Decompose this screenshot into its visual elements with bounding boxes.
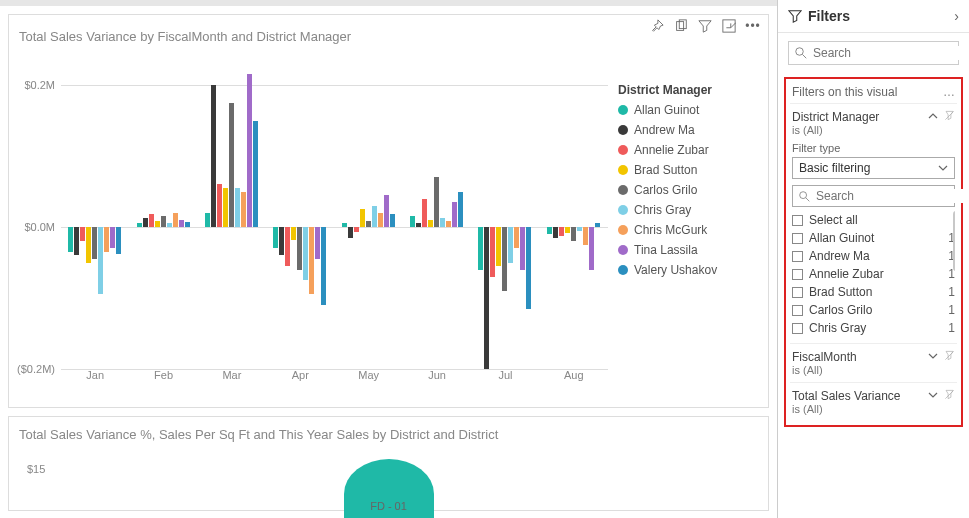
- chart-bar[interactable]: [149, 214, 154, 227]
- chart-bar[interactable]: [223, 188, 228, 227]
- chart-bar[interactable]: [291, 227, 296, 240]
- chart-bar[interactable]: [508, 227, 513, 263]
- filter-values-search[interactable]: [792, 185, 955, 207]
- chart-bar[interactable]: [410, 216, 415, 227]
- chart-bar[interactable]: [104, 227, 109, 252]
- chart-bar[interactable]: [116, 227, 121, 254]
- legend-item[interactable]: Tina Lassila: [618, 243, 758, 257]
- filter-icon[interactable]: [698, 19, 712, 33]
- checkbox[interactable]: [792, 269, 803, 280]
- chart-bar[interactable]: [155, 221, 160, 227]
- chart-bar[interactable]: [161, 216, 166, 227]
- chart-bar[interactable]: [390, 214, 395, 227]
- chart-bar[interactable]: [589, 227, 594, 270]
- chart-bar[interactable]: [547, 227, 552, 234]
- chevron-down-icon[interactable]: [928, 351, 938, 361]
- filter-option-row[interactable]: Carlos Grilo1: [792, 301, 955, 319]
- chart-bar[interactable]: [478, 227, 483, 270]
- chart-bar[interactable]: [514, 227, 519, 248]
- chart-bar[interactable]: [205, 213, 210, 227]
- chart-bar[interactable]: [422, 199, 427, 227]
- chart-bar[interactable]: [384, 195, 389, 227]
- clear-filter-icon[interactable]: [944, 110, 955, 121]
- checkbox[interactable]: [792, 233, 803, 244]
- chart-bar[interactable]: [378, 213, 383, 227]
- legend-item[interactable]: Andrew Ma: [618, 123, 758, 137]
- chevron-down-icon[interactable]: [928, 390, 938, 400]
- chart-bar[interactable]: [348, 227, 353, 238]
- chart-bar[interactable]: [211, 85, 216, 227]
- filter-option-row[interactable]: Brad Sutton1: [792, 283, 955, 301]
- more-icon[interactable]: •••: [746, 19, 760, 33]
- filters-search-input[interactable]: [813, 46, 963, 60]
- chart-bar[interactable]: [354, 227, 359, 232]
- chart-bar[interactable]: [297, 227, 302, 270]
- chart-bar[interactable]: [428, 220, 433, 227]
- pin-icon[interactable]: [650, 19, 664, 33]
- chart-bar[interactable]: [229, 103, 234, 227]
- chart-bar[interactable]: [372, 206, 377, 227]
- chart-bar[interactable]: [137, 223, 142, 227]
- chart-bar[interactable]: [173, 213, 178, 227]
- filters-search[interactable]: [788, 41, 959, 65]
- chart-bar[interactable]: [571, 227, 576, 241]
- chart-bar[interactable]: [247, 74, 252, 227]
- chart-bar[interactable]: [241, 192, 246, 228]
- chart-bar[interactable]: [595, 223, 600, 227]
- focus-icon[interactable]: [722, 19, 736, 33]
- chart-bar[interactable]: [553, 227, 558, 238]
- chart-bar[interactable]: [484, 227, 489, 369]
- legend-item[interactable]: Allan Guinot: [618, 103, 758, 117]
- chart-bar[interactable]: [434, 177, 439, 227]
- chevron-right-icon[interactable]: ›: [954, 8, 959, 24]
- chart-bar[interactable]: [235, 188, 240, 227]
- chart-bar[interactable]: [80, 227, 85, 241]
- chart-bar[interactable]: [167, 223, 172, 227]
- filter-option-row[interactable]: Annelie Zubar1: [792, 265, 955, 283]
- chart-bar[interactable]: [98, 227, 103, 294]
- copy-icon[interactable]: [674, 19, 688, 33]
- chart-bar[interactable]: [526, 227, 531, 309]
- chart-bar[interactable]: [502, 227, 507, 291]
- legend-item[interactable]: Valery Ushakov: [618, 263, 758, 277]
- chart-bar[interactable]: [285, 227, 290, 266]
- chart-bar[interactable]: [309, 227, 314, 294]
- chart-bar[interactable]: [446, 221, 451, 227]
- chart-bar[interactable]: [342, 223, 347, 227]
- scatter-visual[interactable]: Total Sales Variance %, Sales Per Sq Ft …: [8, 416, 769, 511]
- chart-bar[interactable]: [217, 184, 222, 227]
- chart-bar[interactable]: [520, 227, 525, 270]
- clear-filter-icon[interactable]: [944, 350, 955, 361]
- chart-bar[interactable]: [86, 227, 91, 263]
- chart-bar[interactable]: [179, 220, 184, 227]
- chart-bar[interactable]: [74, 227, 79, 255]
- chart-bar[interactable]: [583, 227, 588, 245]
- chart-bar[interactable]: [440, 218, 445, 227]
- filter-type-select[interactable]: Basic filtering: [792, 157, 955, 179]
- chart-bar[interactable]: [360, 209, 365, 227]
- legend-item[interactable]: Brad Sutton: [618, 163, 758, 177]
- chart-bar[interactable]: [416, 223, 421, 227]
- chart-bar[interactable]: [490, 227, 495, 277]
- chart-bar[interactable]: [321, 227, 326, 305]
- checkbox[interactable]: [792, 215, 803, 226]
- chart-bar[interactable]: [92, 227, 97, 259]
- chart-bar[interactable]: [68, 227, 73, 252]
- chart-bar[interactable]: [253, 121, 258, 228]
- legend-item[interactable]: Carlos Grilo: [618, 183, 758, 197]
- filter-values-search-input[interactable]: [816, 189, 966, 203]
- filter-option-row[interactable]: Select all: [792, 211, 955, 229]
- filter-option-row[interactable]: Chris Gray1: [792, 319, 955, 337]
- chart-bar[interactable]: [577, 227, 582, 231]
- chart-bar[interactable]: [315, 227, 320, 259]
- scrollbar-thumb[interactable]: [953, 211, 955, 271]
- chart-bar[interactable]: [110, 227, 115, 248]
- chart-bar[interactable]: [458, 192, 463, 228]
- legend-item[interactable]: Chris McGurk: [618, 223, 758, 237]
- chart-bar[interactable]: [496, 227, 501, 266]
- chart-bar[interactable]: [452, 202, 457, 227]
- chart-bar[interactable]: [279, 227, 284, 255]
- checkbox[interactable]: [792, 323, 803, 334]
- chart-bar[interactable]: [143, 218, 148, 227]
- chart-bar[interactable]: [559, 227, 564, 236]
